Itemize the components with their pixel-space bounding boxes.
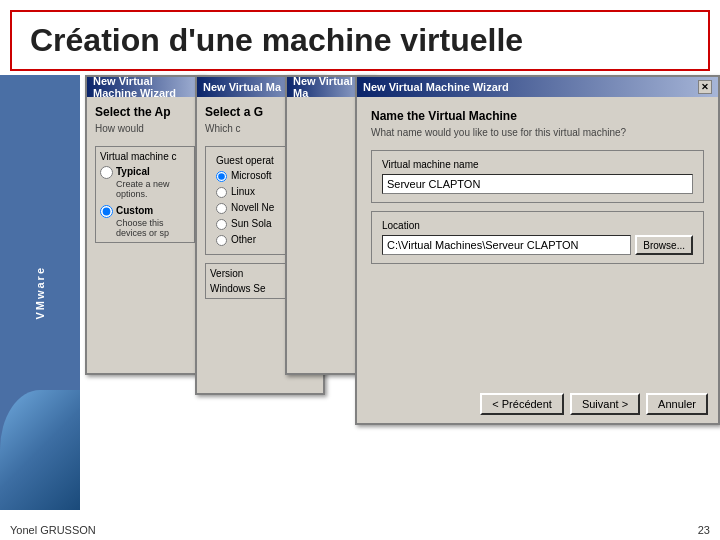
vm-name-label: Virtual machine name (382, 159, 693, 170)
close-button[interactable]: ✕ (698, 80, 712, 94)
custom-option[interactable]: Custom Choose this devices or sp (100, 205, 190, 238)
footer-author: Yonel GRUSSON (10, 524, 96, 536)
wizard-stack: New Virtual Machine Wizard Select the Ap… (85, 75, 720, 510)
vm-name-group: Virtual machine name (371, 150, 704, 203)
os-microsoft-label: Microsoft (231, 170, 272, 181)
footer-page-number: 23 (698, 524, 710, 536)
os-novell-label: Novell Ne (231, 202, 274, 213)
dialog-2-title: New Virtual Ma (203, 81, 281, 93)
browse-button[interactable]: Browse... (635, 235, 693, 255)
custom-desc: Choose this devices or sp (116, 218, 190, 238)
main-area: VMware New Virtual Machine Wizard Select… (0, 75, 720, 510)
titlebar-buttons: ✕ (698, 80, 712, 94)
os-novell-radio[interactable] (216, 203, 227, 214)
custom-radio[interactable] (100, 205, 113, 218)
vm-name-input[interactable] (382, 174, 693, 194)
back-button[interactable]: < Précédent (480, 393, 564, 415)
typical-desc: Create a new options. (116, 179, 190, 199)
dialog-4-content: Name the Virtual Machine What name would… (357, 97, 718, 284)
location-input[interactable] (382, 235, 631, 255)
os-microsoft-radio[interactable] (216, 171, 227, 182)
os-linux-radio[interactable] (216, 187, 227, 198)
os-other-radio[interactable] (216, 235, 227, 246)
dialog-1-content: Select the Ap How would Virtual machine … (87, 97, 203, 255)
typical-radio[interactable] (100, 166, 113, 179)
typical-option[interactable]: Typical Create a new options. (100, 166, 190, 199)
title-banner: Création d'une machine virtuelle (10, 10, 710, 71)
page-footer: Yonel GRUSSON 23 (10, 524, 710, 536)
custom-label: Custom (116, 205, 190, 216)
location-row: Browse... (382, 235, 693, 255)
dialog-1-titlebar: New Virtual Machine Wizard (87, 77, 203, 97)
cancel-button[interactable]: Annuler (646, 393, 708, 415)
os-other-label: Other (231, 234, 256, 245)
dialog-footer-buttons: < Précédent Suivant > Annuler (480, 393, 708, 415)
location-group: Location Browse... (371, 211, 704, 264)
next-button[interactable]: Suivant > (570, 393, 640, 415)
dialog-name-vm: New Virtual Machine Wizard ✕ Name the Vi… (355, 75, 720, 425)
vm-options-label: Virtual machine c (100, 151, 190, 162)
dialog-select-app: New Virtual Machine Wizard Select the Ap… (85, 75, 205, 375)
page-title: Création d'une machine virtuelle (30, 22, 690, 59)
vm-options-group: Virtual machine c Typical Create a new o… (95, 146, 195, 243)
name-vm-title: Name the Virtual Machine (371, 109, 704, 123)
os-linux-label: Linux (231, 186, 255, 197)
typical-label: Typical (116, 166, 190, 177)
dialog-4-titlebar: New Virtual Machine Wizard ✕ (357, 77, 718, 97)
os-sun-label: Sun Sola (231, 218, 272, 229)
vmware-wave-decoration (0, 390, 80, 510)
vmware-sidebar: VMware (0, 75, 80, 510)
dialog-4-title: New Virtual Machine Wizard (363, 81, 509, 93)
location-label: Location (382, 220, 693, 231)
name-vm-subtitle: What name would you like to use for this… (371, 127, 704, 138)
dialog-1-step-title: Select the Ap (95, 105, 195, 119)
dialog-1-step-subtitle: How would (95, 123, 195, 134)
vmware-logo: VMware (34, 266, 46, 320)
dialog-1-title: New Virtual Machine Wizard (93, 75, 197, 99)
os-sun-radio[interactable] (216, 219, 227, 230)
